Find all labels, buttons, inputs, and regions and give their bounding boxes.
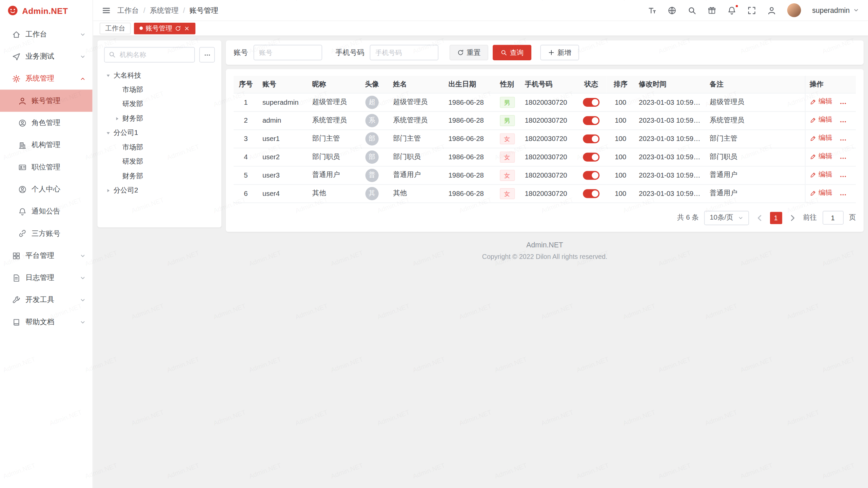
edit-button[interactable]: 编辑 [810,170,832,180]
prev-page-button[interactable] [754,213,764,223]
tree-caret-spacer [113,100,121,108]
tree-node[interactable]: 研发部 [104,97,215,111]
edit-button[interactable]: 编辑 [810,97,832,106]
edit-button[interactable]: 编辑 [810,115,832,125]
status-toggle[interactable] [583,116,599,125]
sidebar-item[interactable]: 平台管理 [0,245,93,267]
tree-expand-icon[interactable] [104,72,112,79]
edit-button[interactable]: 编辑 [810,188,832,198]
logo-text: Admin.NET [22,6,68,15]
tree-node[interactable]: 研发部 [104,155,215,169]
tree-node[interactable]: 财务部 [104,169,215,183]
user-icon[interactable] [767,6,776,15]
cell-phone: 18020030720 [520,184,576,203]
account-input[interactable] [254,45,322,60]
gift-icon[interactable] [708,6,716,15]
more-actions-button[interactable] [839,191,847,199]
edit-button[interactable]: 编辑 [810,152,832,161]
sidebar-item[interactable]: 账号管理 [0,89,93,111]
tree-caret-spacer [113,172,121,180]
more-actions-button[interactable] [839,154,847,162]
status-toggle[interactable] [583,98,599,106]
more-actions-button[interactable] [839,99,847,107]
tree-node[interactable]: 大名科技 [104,68,215,82]
cell-sort: 100 [607,148,634,166]
status-toggle[interactable] [583,152,599,161]
org-search-input[interactable] [104,47,195,63]
more-actions-button[interactable] [839,136,847,144]
cell-account: user2 [258,148,308,166]
tree-expand-icon[interactable] [113,115,121,122]
tree-expand-icon[interactable] [104,186,112,194]
cell-account: admin [258,111,308,129]
sidebar-item[interactable]: 机构管理 [0,134,93,156]
content: 大名科技市场部研发部财务部分公司1市场部研发部财务部分公司2 账号 手机号码 重… [93,36,868,488]
cell-account: user4 [258,184,308,203]
sidebar-item[interactable]: 日志管理 [0,267,93,289]
sidebar: Admin.NET 工作台业务测试系统管理账号管理角色管理机构管理职位管理个人中… [0,0,93,488]
status-toggle[interactable] [583,189,599,198]
phone-input[interactable] [370,45,438,60]
tree-node[interactable]: 分公司1 [104,126,215,140]
page-number-current[interactable]: 1 [770,211,782,224]
query-button[interactable]: 查询 [493,45,531,60]
next-page-button[interactable] [787,213,797,223]
status-toggle[interactable] [583,134,599,143]
chevron-down-icon [80,297,86,303]
breadcrumb-item[interactable]: 系统管理 [150,5,179,15]
tree-node[interactable]: 市场部 [104,82,215,97]
gender-badge: 女 [499,151,514,163]
cell-gender: 男 [494,93,520,111]
sidebar-item[interactable]: 职位管理 [0,156,93,178]
sidebar-item[interactable]: 个人中心 [0,178,93,200]
edit-icon [810,117,816,123]
status-toggle[interactable] [583,171,599,180]
table-body: 1superadmin超级管理员超超级管理员1986-06-28男1802003… [234,93,856,202]
tab-account-active[interactable]: 账号管理 [134,22,195,34]
sidebar-item[interactable]: 业务测试 [0,45,93,67]
search-icon[interactable] [688,6,696,15]
tree-more-button[interactable] [199,47,215,63]
tree-node[interactable]: 市场部 [104,140,215,154]
edit-button[interactable]: 编辑 [810,134,832,143]
sidebar-item[interactable]: 系统管理 [0,67,93,89]
sidebar-item[interactable]: 角色管理 [0,112,93,134]
sidebar-item[interactable]: 工作台 [0,23,93,45]
more-actions-button[interactable] [839,172,847,180]
cell-nickname: 部门职员 [308,148,355,166]
user-dropdown[interactable]: superadmin [812,6,859,14]
add-button[interactable]: 新增 [540,45,579,60]
chevron-down-icon [853,7,859,13]
link-icon [18,229,26,238]
chevron-down-icon [80,275,86,281]
avatar[interactable] [787,3,801,17]
refresh-icon[interactable] [175,25,181,31]
sidebar-item[interactable]: 通知公告 [0,200,93,222]
menu-collapse-icon[interactable] [102,6,111,15]
chevron-down-icon [80,54,86,60]
reset-button[interactable]: 重置 [450,45,488,60]
breadcrumb-item[interactable]: 工作台 [117,5,139,15]
cell-phone: 18020030720 [520,129,576,148]
page-size-select[interactable]: 10条/页 [704,210,749,225]
logo[interactable]: Admin.NET [0,0,93,21]
bell-icon[interactable] [727,6,736,15]
globe-icon[interactable] [668,6,676,15]
goto-page-input[interactable] [822,211,843,225]
total-count: 共 6 条 [677,213,699,223]
tree-expand-icon[interactable] [104,129,112,137]
tree-caret-spacer [113,158,121,165]
sidebar-item[interactable]: 开发工具 [0,289,93,311]
tree-node[interactable]: 分公司2 [104,183,215,197]
tab-workbench[interactable]: 工作台 [100,22,131,34]
font-size-icon[interactable] [648,6,656,15]
sidebar-item[interactable]: 帮助文档 [0,311,93,333]
cell-gender: 女 [494,184,520,203]
more-actions-button[interactable] [839,118,847,125]
fullscreen-icon[interactable] [747,6,756,15]
building-icon [18,141,26,149]
tree-node[interactable]: 财务部 [104,111,215,125]
sidebar-item-label: 个人中心 [32,184,60,194]
close-icon[interactable] [184,25,190,31]
sidebar-item[interactable]: 三方账号 [0,222,93,244]
